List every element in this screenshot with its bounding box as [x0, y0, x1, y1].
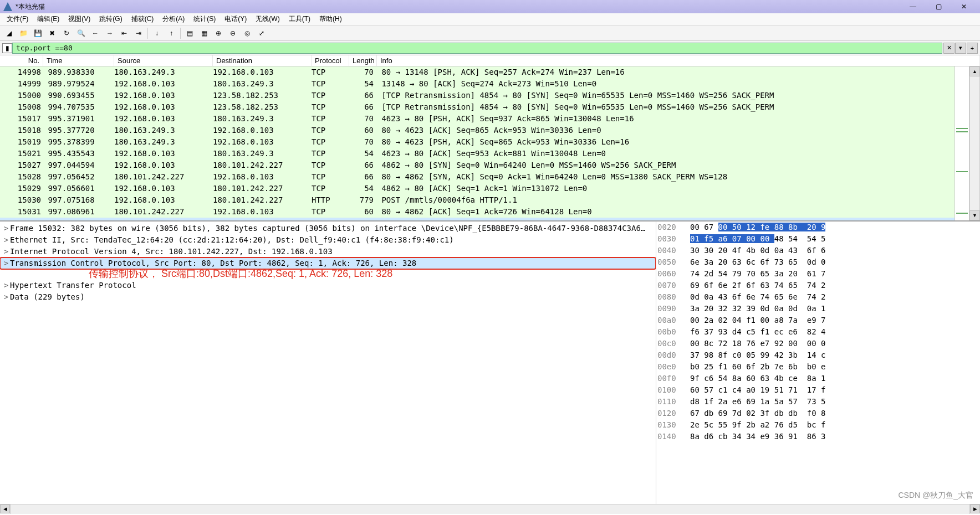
arrow-jump-right-icon[interactable]: ⇥: [132, 27, 145, 40]
palette-icon[interactable]: ▦: [197, 27, 211, 40]
expand-icon[interactable]: >: [2, 291, 10, 303]
close-button[interactable]: ✕: [951, 0, 977, 13]
hex-row[interactable]: 0100 60 57 c1 c4 a0 19 51 71 17 f: [657, 384, 980, 396]
hex-row[interactable]: 0140 8a d6 cb 34 34 e9 36 91 86 3: [657, 431, 980, 442]
detail-tree-item[interactable]: > Hypertext Transfer Protocol: [0, 280, 656, 291]
detail-tree-item[interactable]: > Transmission Control Protocol, Src Por…: [0, 258, 656, 269]
packet-row[interactable]: 15029 997.056601192.168.0.103180.101.242…: [0, 183, 955, 194]
packet-row[interactable]: 14999 989.979524192.168.0.103180.163.249…: [0, 78, 955, 90]
hex-row[interactable]: 0030 01 f5 a6 07 00 00 48 54 54 5: [657, 233, 980, 245]
hex-row[interactable]: 0050 6e 3a 20 63 6c 6f 73 65 0d 0: [657, 256, 980, 268]
zoom-in-icon[interactable]: ⊕: [212, 27, 225, 40]
zoom-out-icon[interactable]: ⊖: [226, 27, 239, 40]
save-icon[interactable]: 💾: [31, 27, 44, 40]
packet-row[interactable]: 15031 997.086961180.101.242.227192.168.0…: [0, 206, 955, 218]
packet-row[interactable]: 15030 997.075168192.168.0.103180.101.242…: [0, 194, 955, 206]
hscroll-track[interactable]: [10, 504, 970, 514]
columns-icon[interactable]: ▤: [183, 27, 196, 40]
packet-row[interactable]: 14998 989.938330180.163.249.3192.168.0.1…: [0, 66, 955, 78]
scroll-track[interactable]: [969, 76, 980, 210]
hex-row[interactable]: 0040 30 30 20 4f 4b 0d 0a 43 6f 6: [657, 245, 980, 256]
scroll-left-icon[interactable]: ◀: [0, 504, 10, 513]
scroll-right-icon[interactable]: ▶: [970, 504, 980, 513]
hex-row[interactable]: 0120 67 db 69 7d 02 3f db db f0 8: [657, 408, 980, 419]
expand-icon[interactable]: >: [2, 280, 10, 291]
detail-tree-item[interactable]: > Data (229 bytes): [0, 291, 656, 303]
folder-icon[interactable]: 📁: [17, 27, 30, 40]
col-len[interactable]: Length: [349, 55, 377, 66]
scroll-down-icon[interactable]: ▼: [969, 210, 980, 220]
packet-row[interactable]: 15028 997.056452180.101.242.227192.168.0…: [0, 171, 955, 183]
packet-minimap[interactable]: [955, 66, 969, 220]
display-filter-input[interactable]: [12, 43, 942, 54]
filter-add-button[interactable]: +: [967, 43, 978, 54]
hex-row[interactable]: 0090 3a 20 32 32 39 0d 0a 0d 0a 1: [657, 303, 980, 315]
packet-row[interactable]: 15017 995.371901192.168.0.103180.163.249…: [0, 113, 955, 125]
col-proto[interactable]: Protocol: [312, 55, 349, 66]
hex-row[interactable]: 0080 0d 0a 43 6f 6e 74 65 6e 74 2: [657, 291, 980, 303]
hex-row[interactable]: 0110 d8 1f 2a e6 69 1a 5a 57 73 5: [657, 396, 980, 408]
arrow-left-icon[interactable]: ←: [89, 27, 102, 40]
menu-item[interactable]: 跳转(G): [95, 13, 126, 25]
filter-bookmark-icon[interactable]: ▮: [2, 43, 12, 53]
scroll-up-icon[interactable]: ▲: [969, 66, 980, 76]
menu-item[interactable]: 电话(Y): [220, 13, 251, 25]
hex-row[interactable]: 0060 74 2d 54 79 70 65 3a 20 61 7: [657, 268, 980, 280]
horizontal-scrollbar[interactable]: ◀ ▶: [0, 504, 980, 514]
menu-item[interactable]: 无线(W): [251, 13, 284, 25]
hex-row[interactable]: 0130 2e 5c 55 9f 2b a2 76 d5 bc f: [657, 419, 980, 431]
expand-icon[interactable]: >: [2, 246, 10, 258]
filter-clear-button[interactable]: ✕: [943, 43, 955, 54]
hex-row[interactable]: 00d0 37 98 8f c0 05 99 42 3b 14 c: [657, 349, 980, 361]
packet-list[interactable]: 14998 989.938330180.163.249.3192.168.0.1…: [0, 66, 955, 220]
packet-row[interactable]: 15019 995.378399180.163.249.3192.168.0.1…: [0, 136, 955, 148]
hex-row[interactable]: 00c0 00 8c 72 18 76 e7 92 00 00 0: [657, 338, 980, 349]
resize-icon[interactable]: ⤢: [255, 27, 268, 40]
col-time[interactable]: Time: [43, 55, 114, 66]
col-info[interactable]: Info: [377, 55, 980, 66]
menu-item[interactable]: 统计(S): [189, 13, 220, 25]
hex-dump-pane[interactable]: 0020 00 67 00 50 12 fe 88 8b 20 90030 01…: [656, 222, 980, 504]
detail-tree-item[interactable]: > Ethernet II, Src: TendaTec_12:64:20 (c…: [0, 234, 656, 246]
menu-item[interactable]: 分析(A): [158, 13, 189, 25]
find-icon[interactable]: 🔍: [74, 27, 88, 40]
expand-icon[interactable]: >: [2, 234, 10, 246]
hex-row[interactable]: 0020 00 67 00 50 12 fe 88 8b 20 9: [657, 222, 980, 233]
zoom-fit-icon[interactable]: ◎: [241, 27, 254, 40]
reload-icon[interactable]: ↻: [60, 27, 73, 40]
packet-row[interactable]: 15000 990.693455192.168.0.103123.58.182.…: [0, 90, 955, 101]
packet-row[interactable]: 15018 995.377720180.163.249.3192.168.0.1…: [0, 125, 955, 136]
packet-row[interactable]: 15008 994.707535192.168.0.103123.58.182.…: [0, 101, 955, 113]
col-no[interactable]: No.: [0, 55, 43, 66]
col-dst[interactable]: Destination: [213, 55, 312, 66]
arrow-right-icon[interactable]: →: [103, 27, 116, 40]
packet-row[interactable]: 15021 995.435543192.168.0.103180.163.249…: [0, 148, 955, 159]
arrow-jump-left-icon[interactable]: ⇤: [118, 27, 131, 40]
menu-item[interactable]: 文件(F): [2, 13, 33, 25]
maximize-button[interactable]: ▢: [926, 0, 951, 13]
filter-apply-button[interactable]: ▾: [955, 43, 966, 54]
menu-item[interactable]: 帮助(H): [315, 13, 346, 25]
expand-icon[interactable]: >: [2, 223, 10, 234]
shark-icon[interactable]: ◢: [2, 27, 16, 40]
hex-row[interactable]: 00e0 b0 25 f1 60 6f 2b 7e 6b b0 e: [657, 361, 980, 373]
menu-item[interactable]: 捕获(C): [127, 13, 159, 25]
arrow-down-icon[interactable]: ↓: [150, 27, 164, 40]
menu-item[interactable]: 编辑(E): [33, 13, 64, 25]
detail-tree-item[interactable]: > Internet Protocol Version 4, Src: 180.…: [0, 246, 656, 258]
packet-list-scrollbar[interactable]: ▲ ▼: [969, 66, 980, 220]
packet-details-pane[interactable]: > Frame 15032: 382 bytes on wire (3056 b…: [0, 222, 656, 504]
minimize-button[interactable]: —: [900, 0, 926, 13]
arrow-up-icon[interactable]: ↑: [165, 27, 178, 40]
menu-item[interactable]: 工具(T): [284, 13, 315, 25]
menu-item[interactable]: 视图(V): [64, 13, 95, 25]
hex-row[interactable]: 00a0 00 2a 02 04 f1 00 a8 7a e9 7: [657, 315, 980, 326]
col-src[interactable]: Source: [114, 55, 213, 66]
detail-tree-item[interactable]: > Frame 15032: 382 bytes on wire (3056 b…: [0, 223, 656, 234]
hex-row[interactable]: 0070 69 6f 6e 2f 6f 63 74 65 74 2: [657, 280, 980, 291]
hex-row[interactable]: 00f0 9f c6 54 8a 60 63 4b ce 8a 1: [657, 373, 980, 384]
packet-row[interactable]: 15027 997.044594192.168.0.103180.101.242…: [0, 159, 955, 171]
hex-row[interactable]: 00b0 f6 37 93 d4 c5 f1 ec e6 82 4: [657, 326, 980, 338]
expand-icon[interactable]: >: [2, 258, 10, 269]
close-icon[interactable]: ✖: [45, 27, 59, 40]
